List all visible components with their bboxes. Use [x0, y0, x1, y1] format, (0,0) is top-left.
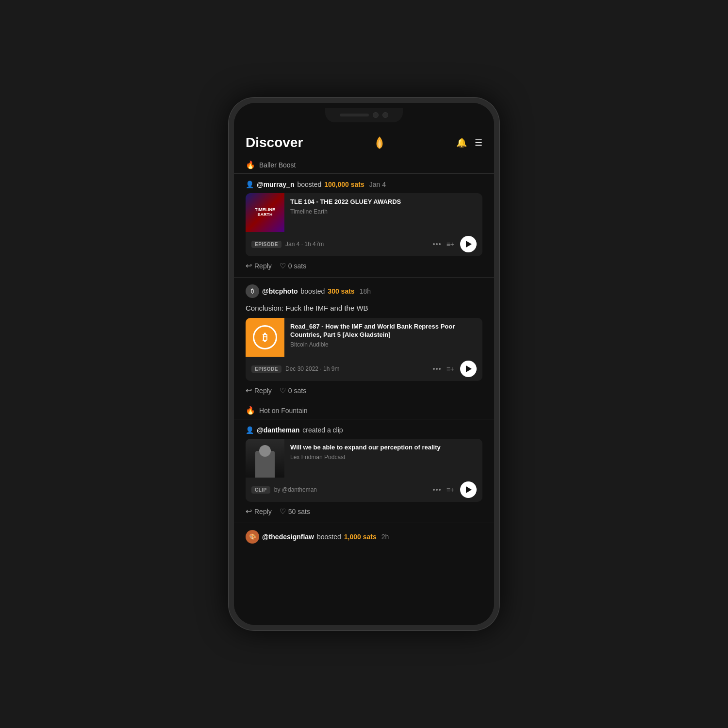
baller-boost-label: 🔥 Baller Boost [234, 156, 494, 173]
episode-bottom-3: CLIP by @dantheman ≡+ [246, 478, 482, 502]
post-1-sats: 100,000 sats [324, 181, 364, 188]
episode-card-2: ₿ Read_687 - How the IMF and World Bank … [246, 318, 482, 381]
post-1-timestamp: Jan 4 [369, 181, 386, 188]
post-1: 👤 @murray_n boosted 100,000 sats Jan 4 T… [234, 173, 494, 277]
episode-meta-3: by @dantheman [274, 486, 429, 493]
post-3-action: created a clip [302, 426, 343, 434]
speaker [340, 114, 369, 116]
post-1-header: 👤 @murray_n boosted 100,000 sats Jan 4 [246, 181, 482, 188]
fire-icon: 🔥 [246, 160, 255, 169]
episode-info-3: Will we be able to expand our perception… [284, 439, 482, 478]
post-1-action: boosted [297, 181, 321, 188]
post-2-header: ₿ @btcphoto boosted 300 sats 18h [246, 284, 482, 298]
episode-controls-2: ≡+ [433, 361, 477, 377]
reply-arrow-icon-3: ↩ [246, 507, 252, 516]
camera [373, 112, 379, 118]
episode-title-2: Read_687 - How the IMF and World Bank Re… [290, 323, 477, 339]
queue-btn-1[interactable]: ≡+ [447, 240, 454, 248]
queue-btn-2[interactable]: ≡+ [447, 365, 454, 373]
post-4-header: 🎨 @thedesignflaw boosted 1,000 sats 2h [246, 530, 482, 544]
episode-art-1: TIMELINEEARTH [246, 193, 284, 232]
episode-info-2: Read_687 - How the IMF and World Bank Re… [284, 318, 482, 357]
episode-card-1: TIMELINEEARTH TLE 104 - THE 2022 GLUEY A… [246, 193, 482, 256]
post-3: 👤 @dantheman created a clip [234, 419, 494, 523]
episode-art-3 [246, 439, 284, 478]
page-title: Discover [246, 135, 303, 150]
heart-icon-2: ♡ [280, 386, 286, 395]
app-header: Discover 🔔 ☰ [234, 127, 494, 156]
episode-title-1: TLE 104 - THE 2022 GLUEY AWARDS [290, 198, 477, 206]
post-1-actions: ↩ Reply ♡ 0 sats [246, 261, 482, 270]
post-2: ₿ @btcphoto boosted 300 sats 18h Conclus… [234, 277, 494, 402]
reply-arrow-icon-2: ↩ [246, 386, 252, 395]
like-btn-1[interactable]: ♡ 0 sats [280, 262, 306, 270]
episode-show-1: Timeline Earth [290, 208, 477, 215]
notch [325, 108, 403, 122]
post-3-username[interactable]: @dantheman [257, 426, 299, 434]
episode-meta-2: Dec 30 2022 · 1h 9m [285, 365, 429, 372]
more-options-3[interactable] [433, 489, 441, 491]
reply-btn-2[interactable]: ↩ Reply [246, 386, 272, 395]
post-2-username[interactable]: @btcphoto [262, 287, 298, 295]
like-btn-3[interactable]: ♡ 50 sats [280, 507, 310, 516]
episode-card-3: Will we be able to expand our perception… [246, 439, 482, 502]
reply-arrow-icon-1: ↩ [246, 261, 252, 270]
episode-bottom-1: EPISODE Jan 4 · 1h 47m ≡+ [246, 232, 482, 256]
episode-controls-1: ≡+ [433, 236, 477, 252]
episode-controls-3: ≡+ [433, 481, 477, 498]
episode-top-1: TIMELINEEARTH TLE 104 - THE 2022 GLUEY A… [246, 193, 482, 232]
bell-icon[interactable]: 🔔 [456, 137, 467, 148]
hot-on-fountain-label: 🔥 Hot on Fountain [234, 402, 494, 419]
fire-icon-2: 🔥 [246, 406, 255, 415]
episode-title-3: Will we be able to expand our perception… [290, 444, 477, 452]
post-2-sats: 300 sats [328, 287, 354, 295]
episode-art-2: ₿ [246, 318, 284, 357]
post-2-actions: ↩ Reply ♡ 0 sats [246, 386, 482, 395]
header-logo [372, 135, 387, 150]
episode-show-2: Bitcoin Audible [290, 341, 477, 348]
heart-icon-3: ♡ [280, 507, 286, 516]
header-actions: 🔔 ☰ [456, 137, 482, 148]
menu-icon[interactable]: ☰ [475, 137, 482, 148]
episode-badge-1: EPISODE [251, 241, 281, 248]
phone-frame: Discover 🔔 ☰ 🔥 Baller Boost [228, 97, 500, 631]
reply-btn-3[interactable]: ↩ Reply [246, 507, 272, 516]
user-icon-1: 👤 [246, 181, 254, 188]
post-4-action: boosted [317, 533, 341, 541]
play-btn-3[interactable] [460, 481, 477, 498]
reply-btn-1[interactable]: ↩ Reply [246, 261, 272, 270]
episode-meta-1: Jan 4 · 1h 47m [285, 241, 429, 248]
notch-area [234, 103, 494, 127]
more-options-1[interactable] [433, 243, 441, 245]
episode-info-1: TLE 104 - THE 2022 GLUEY AWARDS Timeline… [284, 193, 482, 232]
episode-badge-2: EPISODE [251, 365, 281, 373]
episode-top-3: Will we be able to expand our perception… [246, 439, 482, 478]
more-options-2[interactable] [433, 368, 441, 370]
like-btn-2[interactable]: ♡ 0 sats [280, 386, 306, 395]
play-btn-2[interactable] [460, 361, 477, 377]
post-4-username[interactable]: @thedesignflaw [262, 533, 314, 541]
episode-badge-3: CLIP [251, 486, 270, 494]
episode-top-2: ₿ Read_687 - How the IMF and World Bank … [246, 318, 482, 357]
heart-icon-1: ♡ [280, 262, 286, 270]
queue-btn-3[interactable]: ≡+ [447, 486, 454, 494]
avatar-4: 🎨 [246, 530, 259, 544]
post-2-timestamp: 18h [360, 287, 371, 295]
episode-show-3: Lex Fridman Podcast [290, 454, 477, 461]
episode-bottom-2: EPISODE Dec 30 2022 · 1h 9m ≡+ [246, 357, 482, 381]
play-btn-1[interactable] [460, 236, 477, 252]
post-3-actions: ↩ Reply ♡ 50 sats [246, 507, 482, 516]
fountain-logo-icon [372, 135, 387, 150]
post-4: 🎨 @thedesignflaw boosted 1,000 sats 2h [234, 523, 494, 551]
user-icon-3: 👤 [246, 426, 254, 434]
avatar-2: ₿ [246, 284, 259, 298]
camera-2 [382, 112, 388, 118]
post-2-action: boosted [301, 287, 325, 295]
post-4-timestamp: 2h [381, 533, 389, 541]
post-3-header: 👤 @dantheman created a clip [246, 426, 482, 434]
post-1-username[interactable]: @murray_n [257, 181, 294, 188]
post-2-text: Conclusion: Fuck the IMF and the WB [246, 303, 482, 313]
post-4-sats: 1,000 sats [344, 533, 377, 541]
screen-content: Discover 🔔 ☰ 🔥 Baller Boost [234, 127, 494, 625]
phone-screen: Discover 🔔 ☰ 🔥 Baller Boost [234, 103, 494, 625]
